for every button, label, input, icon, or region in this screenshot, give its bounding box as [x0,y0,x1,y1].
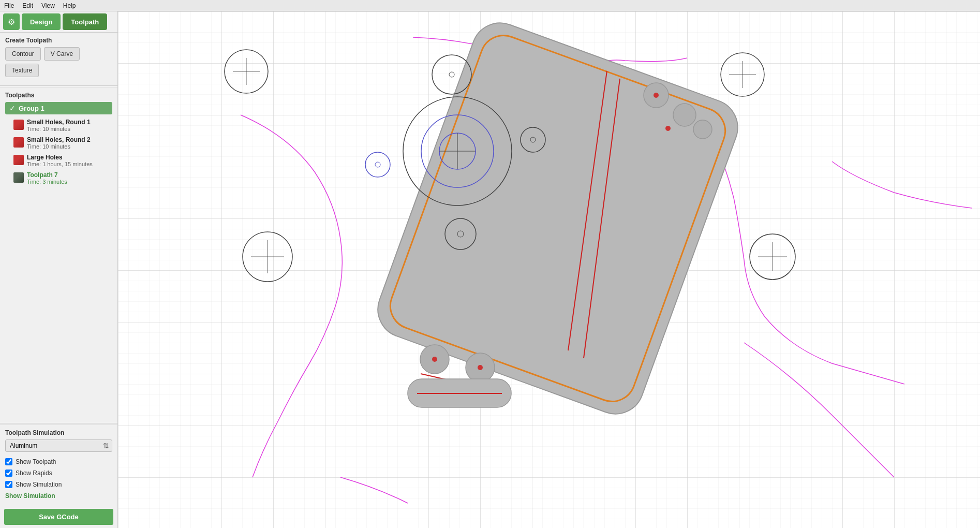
simulation-section: Toolpath Simulation Aluminum Wood Plasti… [0,424,117,506]
toolpath-info-1: Small Holes, Round 1 Time: 10 minutes [27,119,91,132]
app-layout: ⚙ Design Toolpath Create Toolpath Contou… [0,11,980,528]
toolpath-info-2: Small Holes, Round 2 Time: 10 minutes [27,136,91,150]
menu-file[interactable]: File [4,2,14,9]
create-toolpath-section: Create Toolpath Contour V Carve Texture [0,33,117,84]
menu-edit[interactable]: Edit [22,2,33,9]
tab-design[interactable]: Design [22,13,61,30]
toolpaths-title: Toolpaths [5,92,112,99]
toolpath-time-3: Time: 1 hours, 15 minutes [27,161,93,167]
svg-point-14 [693,120,712,139]
show-rapids-checkbox[interactable] [5,470,12,477]
svg-point-8 [432,357,437,362]
list-item[interactable]: Small Holes, Round 2 Time: 10 minutes [5,134,112,152]
show-toolpath-label: Show Toolpath [16,458,56,465]
svg-point-12 [654,93,659,98]
toolpath-info-3: Large Holes Time: 1 hours, 15 minutes [27,154,93,167]
divider-1 [0,85,117,86]
list-item[interactable]: Toolpath 7 Time: 3 minutes [5,169,112,187]
texture-button[interactable]: Texture [5,64,39,77]
toolpath-name-2: Small Holes, Round 2 [27,136,91,143]
material-select-wrapper: Aluminum Wood Plastic Steel ⇅ [5,439,112,452]
canvas-svg [118,11,980,528]
svg-point-10 [478,365,483,370]
toolpath-time-4: Time: 3 minutes [27,179,67,185]
menubar: File Edit View Help [0,0,980,11]
show-simulation-checkbox[interactable] [5,481,12,488]
show-toolpath-checkbox[interactable] [5,458,12,465]
tab-toolpath[interactable]: Toolpath [63,13,107,30]
toolpaths-section: Toolpaths ✓ Group 1 Small Holes, Round 1… [0,87,117,422]
canvas-area [118,11,980,528]
show-simulation-label: Show Simulation [16,481,62,488]
save-gcode-button[interactable]: Save GCode [4,509,113,525]
toolpath-icon-4 [13,172,24,183]
menu-view[interactable]: View [41,2,55,9]
material-select[interactable]: Aluminum Wood Plastic Steel [5,439,112,452]
gear-icon: ⚙ [8,17,15,27]
divider-2 [0,423,117,423]
svg-point-13 [673,104,696,126]
show-rapids-row: Show Rapids [5,467,112,479]
simulation-title: Toolpath Simulation [5,429,112,436]
list-item[interactable]: Large Holes Time: 1 hours, 15 minutes [5,152,112,169]
toolpath-icon-1 [13,120,24,130]
toolpath-time-2: Time: 10 minutes [27,143,91,150]
toolpath-name-1: Small Holes, Round 1 [27,119,91,126]
create-toolpath-title: Create Toolpath [5,37,112,44]
show-simulation-link[interactable]: Show Simulation [5,490,112,502]
toolpath-icon-3 [13,155,24,165]
gear-button[interactable]: ⚙ [3,13,20,30]
list-item[interactable]: Small Holes, Round 1 Time: 10 minutes [5,116,112,134]
toolpath-info-4: Toolpath 7 Time: 3 minutes [27,171,67,185]
show-simulation-row: Show Simulation [5,479,112,490]
contour-button[interactable]: Contour [5,47,41,61]
toolpath-time-1: Time: 10 minutes [27,126,91,132]
show-rapids-label: Show Rapids [16,470,52,477]
toolpath-buttons-row2: Texture [5,64,112,77]
vcarve-button[interactable]: V Carve [44,47,80,61]
svg-point-15 [665,126,671,131]
toolpath-name-4: Toolpath 7 [27,171,67,179]
toolpath-name-3: Large Holes [27,154,93,161]
header-tabs: ⚙ Design Toolpath [0,11,117,33]
toolpath-icon-2 [13,137,24,148]
group-label: Group 1 [19,105,44,112]
menu-help[interactable]: Help [63,2,76,9]
sidebar: ⚙ Design Toolpath Create Toolpath Contou… [0,11,118,528]
toolpath-buttons-row: Contour V Carve [5,47,112,61]
toolpath-group-1[interactable]: ✓ Group 1 [5,102,112,114]
show-toolpath-row: Show Toolpath [5,456,112,467]
group-check-icon: ✓ [9,104,16,112]
